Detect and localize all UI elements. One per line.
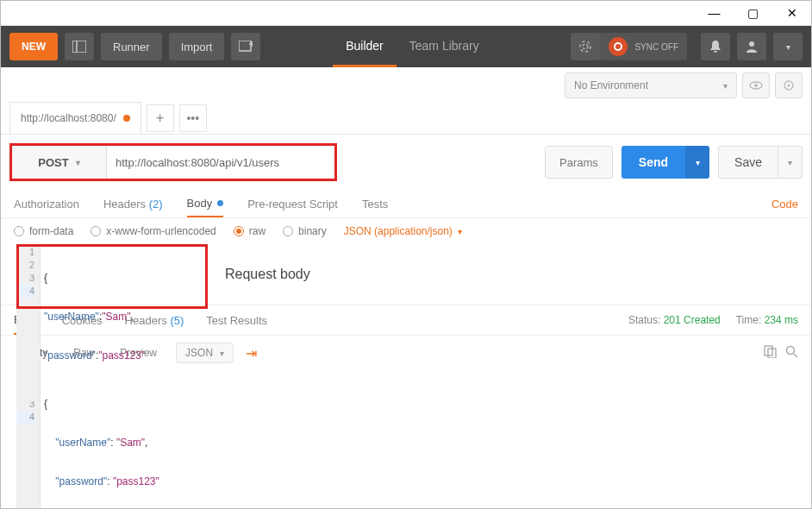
tab-headers[interactable]: Headers (2) <box>103 190 163 217</box>
tab-prerequest[interactable]: Pre-request Script <box>247 190 338 217</box>
tab-headers-label: Headers <box>103 198 146 211</box>
unsaved-dot-icon <box>123 115 130 122</box>
send-button[interactable]: Send <box>621 146 685 179</box>
content-type-select[interactable]: JSON (application/json) ▾ <box>344 225 462 237</box>
generate-code-link[interactable]: Code <box>771 198 798 211</box>
http-method-select[interactable]: POST ▾ <box>12 146 107 179</box>
svg-point-6 <box>580 41 590 52</box>
request-body-annotation: Request body <box>225 267 310 282</box>
chevron-down-icon: ▾ <box>788 158 792 167</box>
tab-body-label: Body <box>187 197 213 210</box>
svg-point-9 <box>754 84 758 87</box>
user-icon <box>746 41 758 53</box>
sync-icon <box>609 37 628 56</box>
http-method-value: POST <box>38 156 68 169</box>
line-gutter: 1 2 3 4 <box>16 244 41 401</box>
radio-form-data[interactable]: form-data <box>14 225 73 237</box>
svg-point-11 <box>788 85 790 87</box>
satellite-icon <box>578 40 592 53</box>
save-button[interactable]: Save <box>718 146 778 179</box>
radio-label: x-www-form-urlencoded <box>106 225 215 237</box>
radio-label: raw <box>249 225 265 237</box>
interceptor-button[interactable] <box>571 33 600 60</box>
new-tab-button[interactable]: + <box>147 104 174 132</box>
window-maximize-button[interactable]: ▢ <box>734 1 772 26</box>
chevron-down-icon: ▾ <box>76 158 80 167</box>
sync-label: SYNC OFF <box>634 42 678 52</box>
new-window-icon <box>239 41 253 53</box>
chevron-down-icon: ▾ <box>458 227 462 236</box>
request-tabbar: http://localhost:8080/ + ••• <box>1 102 811 135</box>
request-tab[interactable]: http://localhost:8080/ <box>9 102 141 134</box>
radio-urlencoded[interactable]: x-www-form-urlencoded <box>91 225 215 237</box>
runner-button[interactable]: Runner <box>101 33 162 60</box>
radio-label: form-data <box>29 225 73 237</box>
request-section-tabs: Authorization Headers (2) Body Pre-reque… <box>1 190 811 218</box>
tab-body[interactable]: Body <box>187 190 224 217</box>
notifications-button[interactable] <box>701 33 730 60</box>
environment-settings-button[interactable] <box>775 72 803 98</box>
environment-quicklook-button[interactable] <box>742 72 770 98</box>
window-minimize-button[interactable]: — <box>695 1 734 26</box>
svg-point-5 <box>583 44 588 49</box>
svg-rect-2 <box>239 41 251 51</box>
window-close-button[interactable]: ✕ <box>772 1 811 26</box>
chevron-down-icon: ▾ <box>696 158 700 167</box>
bell-icon <box>709 40 721 53</box>
chevron-down-icon: ▾ <box>786 42 790 52</box>
body-type-selector: form-data x-www-form-urlencoded raw bina… <box>1 218 811 244</box>
send-dropdown-button[interactable]: ▾ <box>685 146 709 179</box>
method-url-group: POST ▾ <box>9 143 337 181</box>
sidebar-icon <box>72 41 86 53</box>
radio-raw[interactable]: raw <box>234 225 265 237</box>
tab-authorization[interactable]: Authorization <box>14 190 79 217</box>
radio-icon <box>234 226 244 236</box>
import-button[interactable]: Import <box>169 33 225 60</box>
user-menu-button[interactable] <box>737 33 766 60</box>
content-type-value: JSON (application/json) <box>344 225 453 237</box>
builder-tab[interactable]: Builder <box>333 26 397 67</box>
radio-icon <box>14 226 24 236</box>
body-active-dot-icon <box>217 200 223 206</box>
environment-bar: No Environment ▾ <box>1 67 811 102</box>
radio-icon <box>91 226 101 236</box>
svg-point-7 <box>749 41 754 47</box>
sync-status[interactable]: SYNC OFF <box>600 33 687 60</box>
window-titlebar: — ▢ ✕ <box>1 1 811 26</box>
tab-tests[interactable]: Tests <box>362 190 388 217</box>
new-button[interactable]: NEW <box>9 33 58 60</box>
request-bar: POST ▾ Params Send ▾ Save ▾ <box>1 135 811 190</box>
app-toolbar: NEW Runner Import Builder Team Library S… <box>1 26 811 67</box>
chevron-down-icon: ▾ <box>723 81 728 91</box>
save-dropdown-button[interactable]: ▾ <box>778 146 803 179</box>
new-window-button[interactable] <box>231 33 260 60</box>
gear-icon <box>783 79 795 91</box>
radio-binary[interactable]: binary <box>283 225 327 237</box>
request-tab-title: http://localhost:8080/ <box>21 112 116 124</box>
eye-icon <box>749 81 763 90</box>
environment-value: No Environment <box>574 79 648 91</box>
svg-rect-0 <box>72 41 86 53</box>
headers-count: (2) <box>149 198 163 211</box>
environment-select[interactable]: No Environment ▾ <box>565 72 737 98</box>
response-body-editor[interactable]: 1 2 3 4 { "userName": "Sam", "password":… <box>1 370 811 509</box>
team-library-tab[interactable]: Team Library <box>397 26 492 67</box>
sidebar-toggle-button[interactable] <box>65 33 94 60</box>
tab-options-button[interactable]: ••• <box>179 104 207 132</box>
settings-dropdown-button[interactable]: ▾ <box>773 33 803 60</box>
radio-icon <box>283 226 293 236</box>
url-input[interactable] <box>107 146 334 179</box>
radio-label: binary <box>298 225 327 237</box>
params-button[interactable]: Params <box>545 146 613 179</box>
code-area[interactable]: { "userName": "Sam", "password": "pass12… <box>41 370 796 509</box>
